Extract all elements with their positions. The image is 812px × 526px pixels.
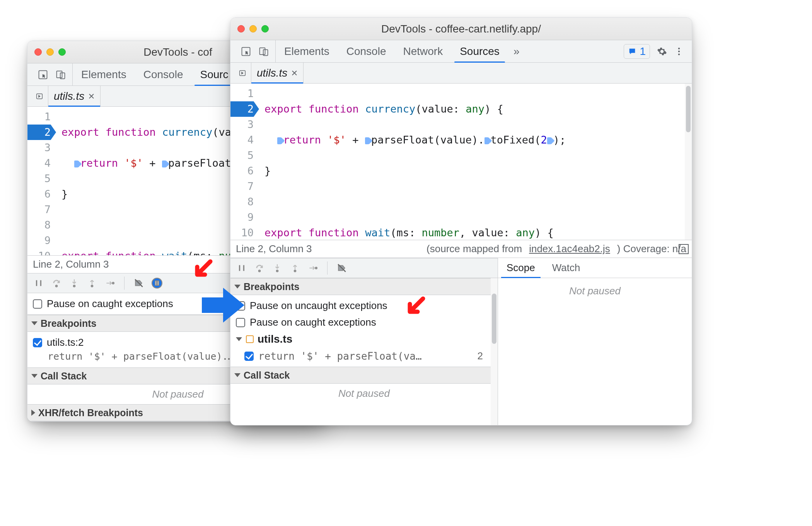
- breakpoint-snippet: return '$' + parseFloat(va…: [258, 350, 422, 362]
- step-marker-icon: [484, 137, 490, 144]
- issues-icon: [628, 47, 636, 56]
- traffic-lights[interactable]: [237, 25, 269, 32]
- annotation-red-arrow-icon: [406, 296, 427, 317]
- checkbox-label: Pause on caught exceptions: [47, 298, 173, 310]
- annotation-arrow-icon: [202, 288, 244, 323]
- svg-point-7: [113, 282, 114, 284]
- checkbox-icon[interactable]: [33, 299, 42, 309]
- scope-watch-tabs: Scope Watch: [498, 258, 692, 278]
- file-tab-utils[interactable]: utils.ts ×: [48, 86, 101, 106]
- step-over-icon[interactable]: [51, 278, 61, 288]
- chevron-down-icon: [31, 321, 38, 325]
- code-area[interactable]: export function currency(value: any) { r…: [258, 84, 692, 240]
- traffic-lights[interactable]: [34, 48, 66, 56]
- deactivate-breakpoints-icon[interactable]: [337, 263, 347, 273]
- file-tab-label: utils.ts: [54, 90, 84, 102]
- cursor-position: Line 2, Column 3: [236, 243, 312, 255]
- svg-rect-9: [155, 281, 157, 285]
- navigator-toggle-icon[interactable]: [31, 86, 48, 106]
- inspect-icon[interactable]: [241, 46, 251, 57]
- step-into-icon[interactable]: [272, 263, 282, 273]
- close-icon[interactable]: [237, 25, 245, 32]
- breakpoint-file-row[interactable]: utils.ts: [230, 331, 498, 348]
- checkbox-icon[interactable]: [244, 352, 254, 361]
- gutter[interactable]: 1234 5678 910111213: [27, 107, 55, 255]
- svg-point-15: [678, 50, 680, 52]
- scope-watch-pane: Scope Watch Not paused: [498, 258, 692, 425]
- step-into-icon[interactable]: [69, 278, 79, 288]
- minimize-icon[interactable]: [46, 48, 54, 56]
- device-icon[interactable]: [258, 46, 269, 57]
- tab-elements[interactable]: Elements: [276, 40, 338, 62]
- kebab-icon[interactable]: [674, 46, 684, 56]
- window-title: DevTools - coffee-cart.netlify.app/: [381, 23, 541, 35]
- svg-point-5: [73, 285, 75, 287]
- step-icon[interactable]: [308, 263, 318, 273]
- file-tab-utils[interactable]: utils.ts ×: [251, 63, 304, 83]
- step-out-icon[interactable]: [87, 278, 97, 288]
- step-icon[interactable]: [105, 278, 115, 288]
- coverage-label: ) Coverage: n/a: [617, 243, 686, 255]
- source-map-file-link[interactable]: index.1ac4eab2.js: [529, 243, 610, 255]
- console-drawer-toggle-icon[interactable]: [679, 244, 689, 254]
- svg-rect-12: [260, 48, 265, 55]
- pause-on-exceptions-icon[interactable]: [152, 278, 162, 289]
- close-icon[interactable]: ×: [88, 90, 94, 102]
- checkbox-icon[interactable]: [33, 338, 42, 347]
- code-editor[interactable]: 1234 5678 910111213 export function curr…: [230, 84, 692, 240]
- gutter[interactable]: 1234 5678 910111213: [230, 84, 258, 240]
- tab-watch[interactable]: Watch: [544, 258, 589, 278]
- close-icon[interactable]: [34, 48, 42, 56]
- file-tab-label: utils.ts: [257, 67, 287, 79]
- pause-caught-exceptions-checkbox[interactable]: Pause on caught exceptions: [230, 314, 498, 331]
- breakpoints-section-header[interactable]: Breakpoints: [230, 278, 498, 295]
- step-out-icon[interactable]: [290, 263, 300, 273]
- annotation-red-arrow-icon: [193, 259, 214, 280]
- zoom-icon[interactable]: [58, 48, 66, 56]
- tab-network[interactable]: Network: [394, 40, 451, 62]
- tab-scope[interactable]: Scope: [498, 258, 544, 278]
- close-icon[interactable]: ×: [291, 67, 297, 79]
- debugger-pane: Breakpoints Pause on uncaught exceptions…: [230, 258, 498, 425]
- svg-point-4: [56, 285, 57, 287]
- svg-rect-1: [57, 71, 62, 78]
- checkbox-label: Pause on uncaught exceptions: [250, 300, 387, 312]
- pause-icon[interactable]: [34, 278, 44, 288]
- navigator-toggle-icon[interactable]: [234, 63, 251, 83]
- svg-point-16: [678, 53, 680, 55]
- pause-uncaught-exceptions-checkbox[interactable]: Pause on uncaught exceptions: [230, 297, 498, 314]
- gear-icon[interactable]: [657, 46, 667, 56]
- step-marker-icon: [547, 137, 553, 144]
- devtools-window-right: DevTools - coffee-cart.netlify.app/ Elem…: [230, 17, 692, 425]
- callstack-empty: Not paused: [230, 384, 498, 403]
- callstack-section-header[interactable]: Call Stack: [230, 367, 498, 384]
- tab-console[interactable]: Console: [135, 63, 192, 85]
- step-marker-icon: [74, 161, 80, 167]
- file-icon: [246, 335, 254, 343]
- breakpoint-entry[interactable]: return '$' + parseFloat(va… 2: [230, 348, 498, 364]
- svg-point-6: [91, 285, 93, 287]
- step-over-icon[interactable]: [254, 263, 264, 273]
- more-tabs-button[interactable]: »: [508, 40, 525, 62]
- minimize-icon[interactable]: [249, 25, 257, 32]
- device-icon[interactable]: [55, 69, 66, 80]
- cursor-position: Line 2, Column 3: [33, 258, 109, 270]
- file-tabstrip: utils.ts ×: [230, 63, 692, 84]
- scrollbar[interactable]: [685, 84, 692, 240]
- svg-point-14: [678, 48, 680, 49]
- source-map-label: (source mapped from: [426, 243, 522, 255]
- tab-console[interactable]: Console: [338, 40, 395, 62]
- issues-badge[interactable]: 1: [624, 44, 650, 59]
- scope-empty: Not paused: [498, 278, 692, 301]
- breakpoint-line: 2: [477, 350, 492, 362]
- step-marker-icon: [277, 137, 283, 144]
- scrollbar[interactable]: [491, 278, 498, 425]
- zoom-icon[interactable]: [261, 25, 269, 32]
- tab-sources[interactable]: Sources: [451, 40, 508, 62]
- inspect-icon[interactable]: [38, 69, 48, 80]
- pause-icon[interactable]: [237, 263, 247, 273]
- tab-elements[interactable]: Elements: [73, 63, 135, 85]
- step-marker-icon: [162, 161, 167, 167]
- deactivate-breakpoints-icon[interactable]: [134, 278, 144, 288]
- titlebar[interactable]: DevTools - coffee-cart.netlify.app/: [230, 18, 692, 40]
